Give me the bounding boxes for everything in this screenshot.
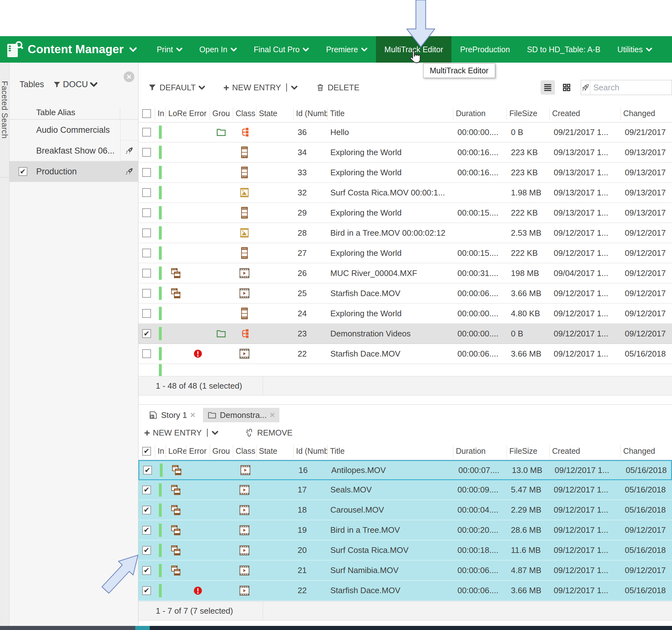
table-row[interactable]: 17 Seals.MOV 00:00:09.... 5.47 MB 09/12/…: [139, 480, 672, 500]
rocket-cell[interactable]: [120, 120, 138, 140]
table-row[interactable]: 19 Bird in a Tree.MOV 00:00:20.... 28.6 …: [139, 520, 672, 541]
row-checkbox[interactable]: [142, 208, 151, 217]
menubar-item-premiere[interactable]: Premiere: [317, 36, 376, 63]
table-row[interactable]: 22 Starfish Dace.MOV 00:00:06.... 3.66 M…: [139, 581, 672, 601]
row-checkbox[interactable]: [142, 289, 151, 298]
column-header-id-numb[interactable]: Id (Numb: [293, 107, 327, 120]
chevron-down-icon[interactable]: [129, 47, 137, 52]
row-checkbox[interactable]: [142, 168, 151, 177]
row-checkbox[interactable]: [142, 269, 151, 278]
column-header-id-numb[interactable]: Id (Numb: [293, 445, 327, 458]
row-checkbox[interactable]: [142, 486, 151, 494]
delete-button[interactable]: DELETE: [316, 83, 359, 93]
default-filter-button[interactable]: DEFAULT: [148, 83, 205, 93]
column-header-lore[interactable]: LoRe: [166, 445, 186, 458]
column-header-created[interactable]: Created: [549, 445, 620, 458]
select-all-checkbox[interactable]: [142, 109, 151, 118]
column-header-error[interactable]: Error: [186, 445, 210, 458]
menubar-item-final-cut-pro[interactable]: Final Cut Pro: [245, 36, 318, 63]
rocket-cell[interactable]: [120, 140, 138, 161]
row-checkbox[interactable]: [142, 148, 151, 157]
column-header-in[interactable]: In: [155, 445, 166, 458]
column-header-filesize[interactable]: FileSize: [506, 107, 549, 120]
column-header-changed[interactable]: Changed: [620, 107, 672, 120]
rocket-cell[interactable]: [120, 161, 138, 182]
row-checkbox[interactable]: [142, 506, 151, 514]
new-entry-button[interactable]: + NEW ENTRY: [144, 428, 218, 438]
column-header-title[interactable]: Title: [327, 445, 453, 458]
table-row[interactable]: [139, 364, 672, 376]
table-row[interactable]: 32 Surf Costa Rica.MOV 00:00:1... 1.98 M…: [139, 183, 672, 203]
menubar-item-preproduction[interactable]: PreProduction: [452, 36, 518, 63]
column-header-state[interactable]: State: [256, 445, 293, 458]
table-row[interactable]: 25 Starfish Dace.MOV 00:00:06.... 3.66 M…: [139, 283, 672, 304]
table-row[interactable]: 24 Exploring the World 00:00:00.... 4.80…: [139, 304, 672, 324]
table-row[interactable]: 34 Exploring the World 00:00:16.... 223 …: [139, 143, 672, 163]
table-alias-row[interactable]: Audio Commercials: [9, 120, 138, 140]
table-row[interactable]: 29 Exploring the World 00:00:15.... 222 …: [139, 203, 672, 223]
select-all-checkbox[interactable]: [142, 447, 151, 456]
tables-filter-dropdown[interactable]: DOCU: [53, 79, 98, 89]
table-row[interactable]: 36 Hello 00:00:00.... 0 B 09/21/2017 1..…: [139, 122, 672, 143]
table-row[interactable]: 23 Demonstration Videos 00:00:00.... 0 B…: [139, 324, 672, 344]
tab-story-1[interactable]: S Story 1 ×: [144, 408, 200, 422]
row-checkbox[interactable]: [142, 526, 151, 535]
table-row[interactable]: 16 Antilopes.MOV 00:00:07.... 13.0 MB 09…: [139, 460, 672, 480]
column-header-title[interactable]: Title: [327, 107, 453, 120]
faceted-search-tab[interactable]: Faceted Search: [0, 63, 9, 178]
row-checkbox[interactable]: [142, 309, 151, 318]
menubar-item-open-in[interactable]: Open In: [191, 36, 245, 63]
table-alias-row[interactable]: Production: [9, 161, 138, 182]
column-header-filesize[interactable]: FileSize: [506, 445, 549, 458]
column-header-duration[interactable]: Duration: [453, 107, 506, 120]
remove-button[interactable]: REMOVE: [245, 428, 293, 438]
column-header-created[interactable]: Created: [549, 107, 620, 120]
new-entry-button[interactable]: + NEW ENTRY: [223, 83, 297, 93]
table-row[interactable]: 21 Surf Namibia.MOV 00:00:06.... 4.87 MB…: [139, 561, 672, 581]
list-view-button[interactable]: [541, 80, 555, 95]
id-cell: 23: [293, 324, 327, 343]
column-header-in[interactable]: In: [155, 107, 166, 120]
table-row[interactable]: 26 MUC River_00004.MXF 00:00:31.... 198 …: [139, 263, 672, 283]
row-checkbox[interactable]: [142, 229, 151, 237]
column-header-error[interactable]: Error: [186, 107, 210, 120]
row-checkbox[interactable]: [143, 466, 152, 474]
close-icon[interactable]: ×: [190, 410, 195, 420]
rocket-search-icon[interactable]: [581, 80, 590, 95]
close-icon[interactable]: ×: [124, 71, 134, 82]
class-cell: [234, 461, 257, 479]
table-alias-row[interactable]: Breakfast Show 06...: [9, 140, 138, 161]
table-row[interactable]: 33 Exploring the World 00:00:16.... 223 …: [139, 163, 672, 183]
row-checkbox[interactable]: [142, 249, 151, 257]
column-header-state[interactable]: State: [256, 107, 293, 120]
tab-demonstration[interactable]: Demonstra... ×: [203, 408, 279, 422]
menubar-item-utilities[interactable]: Utilities: [609, 36, 661, 63]
row-checkbox[interactable]: [142, 349, 151, 358]
column-header-lore[interactable]: LoRe: [166, 107, 186, 120]
grid-view-button[interactable]: [559, 80, 574, 95]
table-row[interactable]: 20 Surf Costa Rica.MOV 00:00:18.... 11.6…: [139, 541, 672, 561]
menubar-item-sd-to-hd-table-a-b[interactable]: SD to HD_Table: A-B: [519, 36, 609, 63]
row-checkbox[interactable]: [142, 329, 151, 338]
app-brand[interactable]: Content Manager: [6, 36, 148, 63]
column-header-class[interactable]: Class: [233, 107, 256, 120]
table-row[interactable]: 28 Bird in a Tree.MOV 00:00:02:12 2.53 M…: [139, 223, 672, 243]
column-header-grou[interactable]: Grou: [210, 107, 233, 120]
column-header-duration[interactable]: Duration: [453, 445, 506, 458]
select-all-header[interactable]: [139, 445, 155, 458]
column-header-class[interactable]: Class: [233, 445, 256, 458]
table-row[interactable]: 27 Exploring the World 00:00:15.... 222 …: [139, 243, 672, 263]
row-checkbox[interactable]: [142, 188, 151, 197]
select-all-header[interactable]: [139, 107, 155, 120]
table-row[interactable]: 18 Carousel.MOV 00:00:04.... 2.29 MB 09/…: [139, 500, 672, 520]
table-checkbox[interactable]: [19, 167, 27, 176]
menubar-item-print[interactable]: Print: [148, 36, 191, 63]
column-header-grou[interactable]: Grou: [210, 445, 233, 458]
row-checkbox[interactable]: [142, 128, 151, 137]
close-icon[interactable]: ×: [270, 410, 275, 420]
column-header-changed[interactable]: Changed: [620, 445, 672, 458]
plus-icon: +: [144, 428, 150, 437]
table-row[interactable]: 22 Starfish Dace.MOV 00:00:06.... 3.66 M…: [139, 344, 672, 364]
table-alias-column-header[interactable]: Table Alias: [9, 106, 138, 120]
search-input[interactable]: [590, 83, 672, 93]
